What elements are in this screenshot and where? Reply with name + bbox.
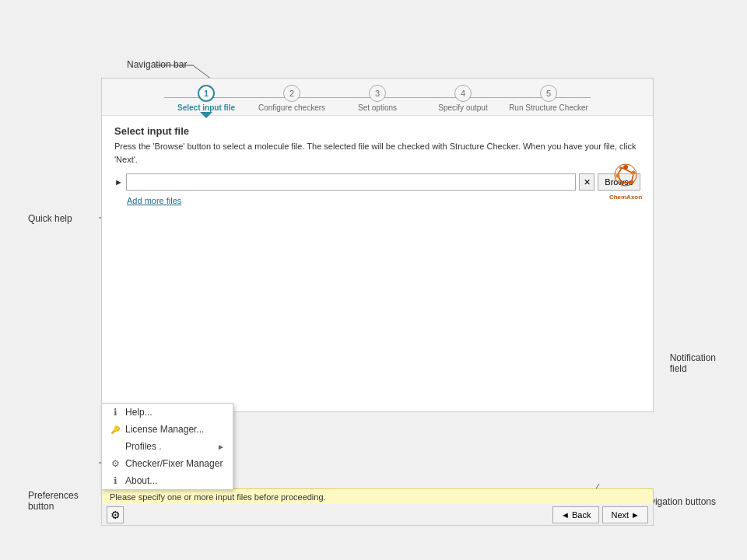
content-title: Select input file bbox=[114, 125, 640, 137]
step-4-label: Specify output bbox=[438, 103, 487, 112]
step-5-circle: 5 bbox=[540, 85, 557, 102]
main-window: 1 Select input file 2 Configure checkers… bbox=[101, 78, 654, 412]
step-1[interactable]: 1 Select input file bbox=[163, 85, 249, 112]
about-menu-item[interactable]: ℹ About... bbox=[102, 472, 233, 489]
file-clear-button[interactable]: ✕ bbox=[579, 173, 594, 191]
license-icon: 🔑 bbox=[110, 424, 121, 435]
svg-point-16 bbox=[619, 166, 622, 170]
about-icon: ℹ bbox=[110, 475, 121, 486]
step-3-circle: 3 bbox=[369, 85, 386, 102]
svg-line-21 bbox=[618, 170, 621, 174]
notification-annotation: Notification field bbox=[670, 352, 716, 374]
license-label: License Manager... bbox=[125, 424, 204, 435]
license-manager-menu-item[interactable]: 🔑 License Manager... bbox=[102, 421, 233, 438]
pref-btn-annotation: Preferences button bbox=[28, 490, 79, 512]
svg-line-20 bbox=[619, 177, 621, 181]
file-input-row: ► ✕ Browse bbox=[114, 173, 640, 191]
help-icon: ℹ bbox=[110, 407, 121, 418]
profiles-menu-item[interactable]: Profiles . ► bbox=[102, 438, 233, 455]
step-1-label: Select input file bbox=[177, 103, 235, 112]
bottom-bar: ⚙ ◄ Back Next ► bbox=[101, 504, 654, 526]
help-menu-item[interactable]: ℹ Help... bbox=[102, 404, 233, 421]
profiles-submenu-arrow: ► bbox=[217, 443, 225, 451]
help-label: Help... bbox=[125, 407, 153, 418]
profiles-icon bbox=[110, 441, 121, 452]
notification-text: Please specify one or more input files b… bbox=[110, 492, 326, 502]
checker-label: Checker/Fixer Manager bbox=[125, 458, 223, 469]
step-3[interactable]: 3 Set options bbox=[335, 85, 420, 112]
chemaxon-logo-text: ChemAxon bbox=[609, 194, 642, 201]
step-4[interactable]: 4 Specify output bbox=[420, 85, 506, 112]
file-path-input[interactable] bbox=[126, 173, 576, 191]
svg-point-13 bbox=[630, 180, 634, 184]
step-2-circle: 2 bbox=[283, 85, 300, 102]
step-4-circle: 4 bbox=[454, 85, 472, 102]
step-5-label: Run Structure Checker bbox=[509, 103, 588, 112]
step-3-label: Set options bbox=[358, 103, 397, 112]
step-2-label: Configure checkers bbox=[258, 103, 325, 112]
svg-point-12 bbox=[632, 171, 636, 175]
notification-bar: Please specify one or more input files b… bbox=[101, 488, 654, 506]
svg-point-15 bbox=[616, 174, 620, 178]
preferences-gear-button[interactable]: ⚙ bbox=[107, 506, 124, 523]
step-navigation: 1 Select input file 2 Configure checkers… bbox=[102, 79, 653, 116]
quick-help-annotation: Quick help bbox=[28, 213, 72, 224]
file-row-arrow: ► bbox=[114, 177, 123, 187]
add-more-files-link[interactable]: Add more files bbox=[127, 196, 181, 205]
svg-point-14 bbox=[621, 181, 624, 184]
nav-bar-annotation: Navigation bar bbox=[127, 59, 187, 70]
navigation-buttons: ◄ Back Next ► bbox=[552, 506, 648, 523]
svg-line-17 bbox=[626, 170, 632, 173]
back-button[interactable]: ◄ Back bbox=[552, 506, 599, 523]
svg-line-18 bbox=[632, 175, 633, 180]
content-description: Press the 'Browse' button to select a mo… bbox=[114, 140, 640, 166]
chemaxon-logo: ChemAxon bbox=[606, 163, 645, 201]
checker-icon: ⚙ bbox=[110, 458, 121, 469]
dropdown-menu: ℹ Help... 🔑 License Manager... Profiles … bbox=[101, 403, 233, 490]
content-area: Select input file Press the 'Browse' but… bbox=[102, 116, 653, 411]
step-2[interactable]: 2 Configure checkers bbox=[249, 85, 335, 112]
step-5[interactable]: 5 Run Structure Checker bbox=[506, 85, 591, 112]
next-button[interactable]: Next ► bbox=[602, 506, 648, 523]
profiles-label: Profiles . bbox=[125, 441, 162, 452]
step-1-arrow bbox=[200, 112, 212, 118]
svg-line-19 bbox=[624, 182, 630, 183]
about-label: About... bbox=[125, 475, 157, 486]
step-1-circle: 1 bbox=[198, 85, 215, 102]
checker-fixer-menu-item[interactable]: ⚙ Checker/Fixer Manager bbox=[102, 455, 233, 472]
